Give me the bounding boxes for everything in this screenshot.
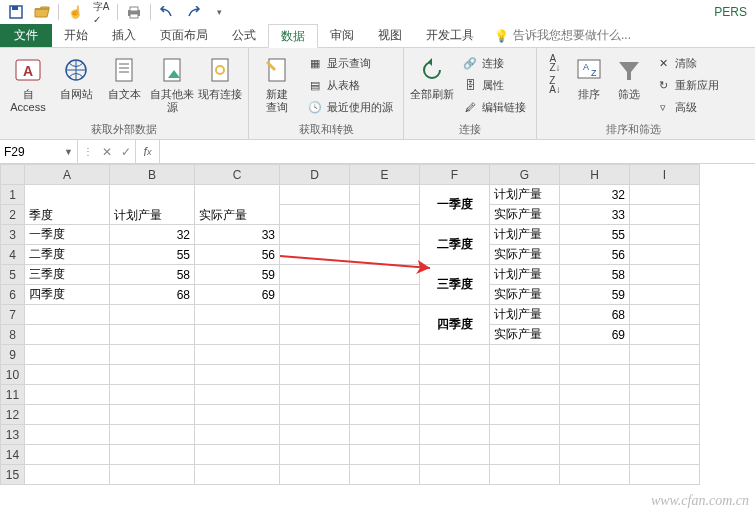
connections-button[interactable]: 🔗连接 <box>458 52 530 74</box>
cell[interactable] <box>350 445 420 465</box>
redo-icon[interactable] <box>181 2 205 22</box>
name-box[interactable]: F29▼ <box>0 140 78 163</box>
cell[interactable] <box>630 285 700 305</box>
tab-review[interactable]: 审阅 <box>318 24 366 47</box>
cell[interactable] <box>350 365 420 385</box>
cell[interactable] <box>630 205 700 225</box>
cell[interactable] <box>280 445 350 465</box>
cell[interactable]: 四季度 <box>420 305 490 345</box>
cell[interactable]: 计划产量 <box>110 185 195 225</box>
col-header-C[interactable]: C <box>195 165 280 185</box>
cell[interactable] <box>25 445 110 465</box>
cell[interactable] <box>280 325 350 345</box>
filter-button[interactable]: 筛选 <box>611 52 647 118</box>
cell[interactable] <box>350 305 420 325</box>
cell[interactable] <box>280 245 350 265</box>
cell[interactable]: 二季度 <box>420 225 490 265</box>
cell[interactable]: 56 <box>560 245 630 265</box>
tab-view[interactable]: 视图 <box>366 24 414 47</box>
cell[interactable]: 实际产量 <box>490 325 560 345</box>
sort-button[interactable]: AZ排序 <box>571 52 607 118</box>
qat-customize-icon[interactable]: ▾ <box>207 2 231 22</box>
cell[interactable] <box>280 365 350 385</box>
sort-desc-button[interactable]: ZA↓ <box>543 74 567 96</box>
cell[interactable]: 一季度 <box>25 225 110 245</box>
col-header-D[interactable]: D <box>280 165 350 185</box>
tab-file[interactable]: 文件 <box>0 24 52 47</box>
grid-table[interactable]: A B C D E F G H I 1 季度 计划产量 实际产量 一季度 计划产… <box>0 164 700 485</box>
col-header-B[interactable]: B <box>110 165 195 185</box>
cell[interactable]: 58 <box>110 265 195 285</box>
cell[interactable] <box>280 425 350 445</box>
properties-button[interactable]: 🗄属性 <box>458 74 530 96</box>
cell[interactable] <box>110 425 195 445</box>
cell[interactable] <box>490 345 560 365</box>
row-header[interactable]: 9 <box>1 345 25 365</box>
cell[interactable]: 四季度 <box>25 285 110 305</box>
cell[interactable] <box>630 385 700 405</box>
cell[interactable] <box>490 385 560 405</box>
cell[interactable] <box>280 405 350 425</box>
cell[interactable]: 32 <box>110 225 195 245</box>
advanced-button[interactable]: ▿高级 <box>651 96 723 118</box>
undo-icon[interactable] <box>155 2 179 22</box>
cell[interactable]: 实际产量 <box>490 285 560 305</box>
from-table-button[interactable]: ▤从表格 <box>303 74 397 96</box>
cell[interactable] <box>110 405 195 425</box>
cell[interactable]: 实际产量 <box>490 205 560 225</box>
from-web-button[interactable]: 自网站 <box>54 52 98 118</box>
row-header[interactable]: 12 <box>1 405 25 425</box>
cell[interactable] <box>560 465 630 485</box>
cell[interactable] <box>630 325 700 345</box>
cell[interactable] <box>420 365 490 385</box>
cell[interactable] <box>195 385 280 405</box>
row-header[interactable]: 4 <box>1 245 25 265</box>
cell[interactable] <box>630 345 700 365</box>
cell[interactable]: 55 <box>110 245 195 265</box>
cell[interactable]: 59 <box>560 285 630 305</box>
spelling-icon[interactable]: 字A✓ <box>89 2 113 22</box>
from-text-button[interactable]: 自文本 <box>102 52 146 118</box>
cell[interactable] <box>350 285 420 305</box>
cell[interactable] <box>490 365 560 385</box>
cell[interactable] <box>25 345 110 365</box>
col-header-F[interactable]: F <box>420 165 490 185</box>
cell[interactable] <box>350 265 420 285</box>
cell[interactable] <box>195 465 280 485</box>
enter-icon[interactable]: ✓ <box>121 145 131 159</box>
show-queries-button[interactable]: ▦显示查询 <box>303 52 397 74</box>
row-header[interactable]: 7 <box>1 305 25 325</box>
cell[interactable]: 季度 <box>25 185 110 225</box>
cell[interactable] <box>560 385 630 405</box>
row-header[interactable]: 2 <box>1 205 25 225</box>
recent-sources-button[interactable]: 🕓最近使用的源 <box>303 96 397 118</box>
open-icon[interactable] <box>30 2 54 22</box>
cell[interactable] <box>195 365 280 385</box>
row-header[interactable]: 3 <box>1 225 25 245</box>
cell[interactable] <box>420 465 490 485</box>
tell-me-search[interactable]: 💡告诉我您想要做什么... <box>494 24 631 47</box>
print-icon[interactable] <box>122 2 146 22</box>
cell[interactable] <box>110 305 195 325</box>
cell[interactable] <box>195 305 280 325</box>
cell[interactable] <box>490 465 560 485</box>
cell[interactable] <box>280 345 350 365</box>
cell[interactable] <box>195 445 280 465</box>
col-header-I[interactable]: I <box>630 165 700 185</box>
row-header[interactable]: 6 <box>1 285 25 305</box>
col-header-A[interactable]: A <box>25 165 110 185</box>
existing-conn-button[interactable]: 现有连接 <box>198 52 242 118</box>
cell[interactable] <box>350 225 420 245</box>
cell[interactable] <box>350 405 420 425</box>
cell[interactable]: 68 <box>560 305 630 325</box>
cell[interactable]: 68 <box>110 285 195 305</box>
cell[interactable] <box>25 305 110 325</box>
row-header[interactable]: 1 <box>1 185 25 205</box>
cell[interactable] <box>350 465 420 485</box>
cell[interactable]: 56 <box>195 245 280 265</box>
cell[interactable] <box>630 265 700 285</box>
cell[interactable] <box>350 345 420 365</box>
cell[interactable]: 三季度 <box>25 265 110 285</box>
cell[interactable] <box>560 405 630 425</box>
cell[interactable] <box>350 425 420 445</box>
